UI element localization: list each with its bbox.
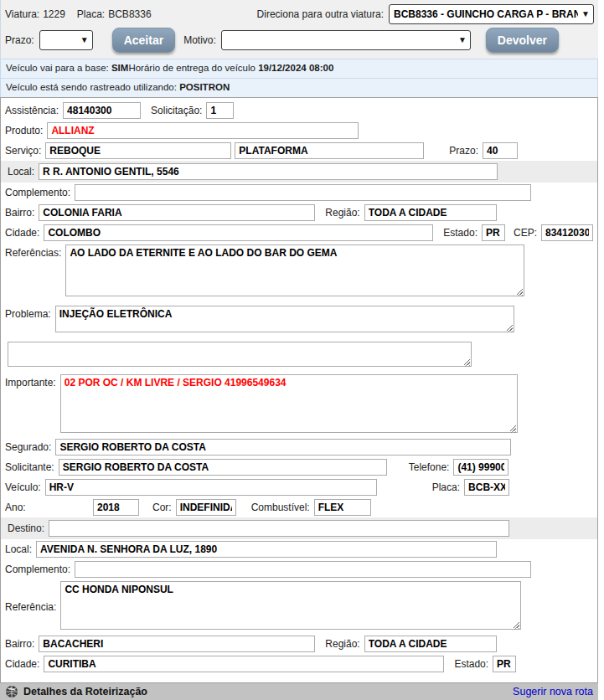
- solicitante-label: Solicitante:: [5, 461, 54, 473]
- ano-label: Ano:: [5, 502, 89, 513]
- destino-cidade-label: Cidade:: [5, 658, 39, 670]
- destino-complemento-field[interactable]: [75, 561, 531, 578]
- routing-footer-bar: Detalhes da Roteirização Sugerir nova ro…: [0, 683, 598, 700]
- produto-field[interactable]: [47, 122, 359, 139]
- prazo-select[interactable]: [39, 30, 93, 50]
- produto-label: Produto:: [5, 125, 43, 136]
- placa-label: Placa:: [77, 8, 105, 20]
- viatura-label: Viatura:: [5, 8, 39, 20]
- complemento-label: Complemento:: [5, 187, 70, 198]
- destino-estado-field[interactable]: [493, 656, 516, 672]
- rastreio-info-bar: Veículo está sendo rastreado utilizando:…: [0, 78, 598, 97]
- destino-field[interactable]: [49, 520, 509, 537]
- assistencia-field[interactable]: [63, 102, 141, 119]
- destino-local-field[interactable]: [36, 541, 497, 558]
- direciona-viatura-select[interactable]: BCB8336 - GUINCHO CARGA P - BRANCO - 122…: [389, 4, 594, 24]
- importante-textarea[interactable]: 02 POR OC / KM LIVRE / SERGIO 4199654963…: [60, 374, 518, 433]
- placa-value: BCB8336: [108, 8, 151, 20]
- servico-label: Serviço:: [5, 145, 41, 157]
- suggest-new-route-link[interactable]: Sugerir nova rota: [513, 686, 593, 697]
- servico-field-2[interactable]: [235, 142, 424, 159]
- cor-label: Cor:: [152, 502, 172, 513]
- veiculo-label: Veículo:: [5, 481, 41, 493]
- prazo-field[interactable]: [483, 142, 518, 159]
- solicitacao-field[interactable]: [206, 102, 234, 119]
- veiculo-placa-label: Placa:: [432, 481, 460, 493]
- veiculo-placa-field[interactable]: [464, 479, 509, 496]
- referencias-label: Referências:: [5, 247, 61, 259]
- base-info-value: SIM: [111, 63, 128, 73]
- destino-label: Destino:: [8, 522, 44, 534]
- solicitante-field[interactable]: [59, 459, 387, 476]
- problema-textarea[interactable]: INJEÇÃO ELETRÔNICA: [55, 306, 514, 332]
- horario-entrega-value: 19/12/2024 08:00: [258, 63, 333, 73]
- globe-icon: [5, 685, 18, 698]
- ano-field[interactable]: [93, 499, 139, 516]
- base-info-prefix: Veículo vai para a base:: [6, 63, 111, 73]
- viatura-value: 1229: [43, 8, 65, 20]
- horario-entrega-text: Horário de entrega do veículo: [128, 63, 258, 73]
- telefone-field[interactable]: [453, 459, 508, 476]
- prazo-label: Prazo:: [449, 145, 478, 157]
- observacao-textarea[interactable]: [8, 342, 472, 367]
- segurado-field[interactable]: [55, 439, 511, 456]
- destino-regiao-label: Região:: [325, 638, 359, 650]
- assistance-form: Assistência: Solicitação: Produto: Servi…: [0, 97, 598, 683]
- bairro-label: Bairro:: [5, 207, 34, 219]
- destino-referencia-textarea[interactable]: CC HONDA NIPONSUL: [60, 581, 521, 630]
- problema-label: Problema:: [5, 308, 51, 320]
- local-label: Local:: [8, 166, 34, 178]
- destino-estado-label: Estado:: [454, 658, 488, 670]
- top-toolbar: Viatura: 1229 Placa: BCB8336 Direciona p…: [0, 0, 598, 59]
- local-field[interactable]: [39, 163, 498, 180]
- destino-referencia-label: Referência:: [5, 601, 56, 613]
- importante-label: Importante:: [5, 377, 56, 389]
- complemento-field[interactable]: [75, 184, 531, 201]
- dispatch-page: Viatura: 1229 Placa: BCB8336 Direciona p…: [0, 0, 604, 700]
- devolver-button[interactable]: Devolver: [486, 28, 559, 53]
- destino-bairro-field[interactable]: [39, 636, 315, 652]
- destino-complemento-label: Complemento:: [5, 564, 70, 575]
- veiculo-field[interactable]: [45, 479, 377, 496]
- estado-field[interactable]: [482, 224, 505, 241]
- direciona-label: Direciona para outra viatura:: [257, 8, 384, 20]
- destino-local-label: Local:: [5, 543, 32, 555]
- referencias-textarea[interactable]: AO LADO DA ETERNITE E AO LADO DO BAR DO …: [65, 244, 524, 296]
- cidade-field[interactable]: [44, 224, 433, 241]
- destino-cidade-field[interactable]: [44, 656, 444, 672]
- combustivel-field[interactable]: [314, 499, 371, 516]
- routing-details-title: Detalhes da Roteirização: [23, 686, 147, 697]
- prazo-top-label: Prazo:: [5, 34, 34, 46]
- estado-label: Estado:: [443, 227, 478, 239]
- cor-field[interactable]: [176, 499, 236, 516]
- servico-field-1[interactable]: [45, 142, 231, 159]
- cep-field[interactable]: [541, 224, 593, 241]
- aceitar-button[interactable]: Aceitar: [112, 28, 175, 53]
- motivo-select[interactable]: [221, 30, 471, 50]
- telefone-label: Telefone:: [409, 461, 450, 473]
- segurado-label: Segurado:: [5, 441, 51, 453]
- combustivel-label: Combustível:: [251, 502, 310, 513]
- assistencia-label: Assistência:: [5, 105, 59, 116]
- motivo-label: Motivo:: [183, 34, 216, 46]
- regiao-label: Região:: [325, 207, 359, 219]
- destino-regiao-field[interactable]: [364, 636, 497, 652]
- solicitacao-label: Solicitação:: [151, 105, 202, 116]
- bairro-field[interactable]: [39, 204, 315, 221]
- rastreio-value: POSITRON: [179, 82, 230, 92]
- regiao-field[interactable]: [364, 204, 497, 221]
- base-info-bar: Veículo vai para a base: SIMHorário de e…: [0, 59, 598, 78]
- cidade-label: Cidade:: [5, 227, 39, 239]
- destino-bairro-label: Bairro:: [5, 638, 34, 650]
- rastreio-prefix: Veículo está sendo rastreado utilizando:: [6, 82, 179, 92]
- cep-label: CEP:: [514, 227, 537, 239]
